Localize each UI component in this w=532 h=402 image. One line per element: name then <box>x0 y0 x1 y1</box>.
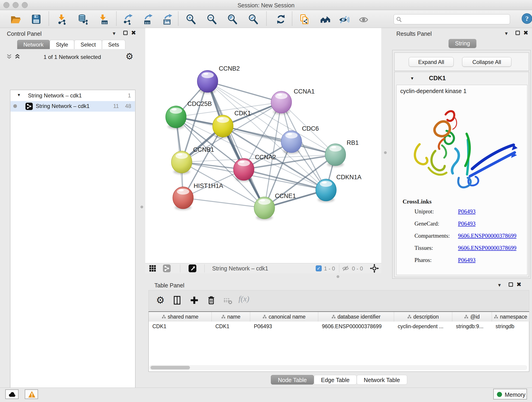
column-header-name[interactable]: name <box>212 312 250 322</box>
export-image-button[interactable] <box>162 14 173 25</box>
zoom-in-button[interactable] <box>185 14 196 25</box>
node-CCNE1[interactable] <box>254 197 275 220</box>
column-header-description[interactable]: description <box>394 312 452 322</box>
crosslink-value-link[interactable]: P06493 <box>458 220 475 227</box>
collapse-all-button[interactable]: Collapse All <box>462 57 511 67</box>
node-CCNA1[interactable] <box>271 91 292 114</box>
export-table-button[interactable] <box>142 14 153 25</box>
home-networks-button[interactable] <box>320 14 331 25</box>
control-panel-float-button[interactable] <box>123 31 128 35</box>
table-row[interactable]: CDK1CDK1P064939606.ENSP00000378699cyclin… <box>149 322 529 331</box>
export-network-button[interactable] <box>122 14 133 25</box>
table-panel-menu-arrow[interactable]: ▼ <box>497 283 502 288</box>
column-header--id[interactable]: @id <box>452 312 492 322</box>
column-header-shared-name[interactable]: shared name <box>149 312 212 322</box>
zoom-out-button[interactable] <box>206 14 217 25</box>
fit-content-crosshair-icon[interactable] <box>370 264 379 273</box>
left-splitter-handle[interactable] <box>140 206 143 208</box>
crosslink-value-link[interactable]: P06493 <box>458 257 475 263</box>
table-cell[interactable]: stringdb <box>492 322 530 331</box>
horizontal-splitter-handle[interactable] <box>336 275 339 278</box>
control-panel-close-button[interactable]: ✖ <box>131 30 136 35</box>
table-hscrollbar-thumb[interactable] <box>151 366 190 370</box>
create-column-plus-icon[interactable] <box>190 295 199 305</box>
collapse-all-icon[interactable] <box>6 53 12 60</box>
column-header-canonical-name[interactable]: canonical name <box>250 312 318 322</box>
node-CDC25B[interactable] <box>166 106 186 129</box>
expand-all-button[interactable]: Expand All <box>409 57 454 67</box>
zoom-selected-button[interactable] <box>248 14 259 25</box>
edge-CCNE1-HIST1H1A[interactable] <box>183 198 264 208</box>
table-cell[interactable]: stringdb:9... <box>452 322 492 331</box>
table-panel-close-button[interactable]: ✖ <box>516 282 521 287</box>
right-splitter-handle[interactable] <box>384 151 387 154</box>
control-panel-menu-arrow[interactable]: ▼ <box>112 31 116 36</box>
tab-select[interactable]: Select <box>74 40 102 49</box>
import-network-file-button[interactable] <box>56 14 67 25</box>
table-hscrollbar-track[interactable] <box>149 365 527 370</box>
warnings-button[interactable] <box>25 389 38 399</box>
column-header-namespace[interactable]: namespace <box>492 312 530 322</box>
node-RB1[interactable] <box>324 144 346 167</box>
table-cell[interactable]: 9606.ENSP00000378699 <box>318 322 394 331</box>
show-columns-icon[interactable] <box>172 295 182 305</box>
grid-view-icon[interactable] <box>149 265 156 272</box>
network-options-gear-icon[interactable]: ⚙ <box>126 51 133 61</box>
tab-node-table[interactable]: Node Table <box>271 375 314 385</box>
network-row[interactable]: String Network – cdk1 11 48 <box>11 101 135 112</box>
birdseye-view-icon[interactable] <box>188 264 196 273</box>
horizontal-splitter[interactable] <box>145 273 381 280</box>
collection-expand-arrow[interactable]: ▼ <box>17 93 21 97</box>
node-CDK1[interactable] <box>213 115 233 138</box>
delete-column-trash-icon[interactable] <box>206 295 216 305</box>
delete-table-icon[interactable] <box>223 297 233 305</box>
tab-network-table[interactable]: Network Table <box>357 375 407 385</box>
results-panel-menu-arrow[interactable]: ▼ <box>504 31 509 36</box>
show-all-button[interactable] <box>358 14 369 25</box>
node-HIST1H1A[interactable] <box>173 187 197 211</box>
zoom-fit-button[interactable] <box>227 14 238 25</box>
cloud-status-button[interactable] <box>5 389 19 399</box>
results-panel-close-button[interactable]: ✖ <box>523 30 528 35</box>
help-button[interactable]: ? <box>522 13 532 24</box>
table-options-gear-icon[interactable]: ⚙ <box>156 294 165 306</box>
memory-button[interactable]: Memory <box>493 389 527 400</box>
copy-network-button[interactable] <box>299 14 310 25</box>
tab-sets[interactable]: Sets <box>102 40 125 49</box>
import-table-button[interactable] <box>98 14 109 25</box>
network-canvas[interactable]: CCNB2CCNA1CDC25BCDK1CDC6RB1CCNB1CCNA2CDK… <box>145 28 381 263</box>
column-header-database-identifier[interactable]: database identifier <box>318 312 394 322</box>
table-cell[interactable]: cyclin-dependent ... <box>394 322 452 331</box>
node-CDC6[interactable] <box>281 131 302 154</box>
table-cell[interactable]: P06493 <box>250 322 318 331</box>
table-panel-float-button[interactable] <box>509 282 513 287</box>
node-gloss <box>177 153 182 156</box>
network-collection-row[interactable]: ▼ String Network – cdk1 1 <box>11 90 135 101</box>
crosslink-value-link[interactable]: 9606.ENSP00000378699 <box>458 245 516 251</box>
node-CCNB2[interactable] <box>197 70 218 94</box>
tab-edge-table[interactable]: Edge Table <box>314 375 357 385</box>
import-network-database-button[interactable] <box>77 14 88 25</box>
node-CCNB1[interactable] <box>171 151 192 174</box>
right-splitter[interactable] <box>381 28 389 280</box>
table-cell[interactable]: CDK1 <box>212 322 250 331</box>
search-input[interactable] <box>404 15 508 24</box>
save-session-button[interactable] <box>31 14 42 25</box>
function-builder-icon[interactable]: f(x) <box>239 294 249 303</box>
tab-string[interactable]: String <box>449 39 476 48</box>
open-session-button[interactable] <box>10 14 21 25</box>
protein-collapse-arrow[interactable]: ▼ <box>410 76 414 81</box>
crosslink-value-link[interactable]: P06493 <box>458 208 475 215</box>
crosslink-value-link[interactable]: 9606.ENSP00000378699 <box>458 233 516 239</box>
table-cell[interactable]: CDK1 <box>149 322 212 331</box>
expand-all-icon[interactable] <box>14 53 21 60</box>
apply-layout-button[interactable] <box>275 14 286 25</box>
tab-style[interactable]: Style <box>50 40 74 49</box>
hide-selected-button[interactable] <box>338 14 349 25</box>
node-CDKN1A[interactable] <box>316 179 336 202</box>
left-splitter[interactable] <box>138 28 145 388</box>
selected-count-checkbox[interactable]: ✓ <box>316 265 322 271</box>
tab-network[interactable]: Network <box>17 40 50 49</box>
results-panel-float-button[interactable] <box>515 31 520 35</box>
network-overview-icon[interactable] <box>163 264 171 273</box>
